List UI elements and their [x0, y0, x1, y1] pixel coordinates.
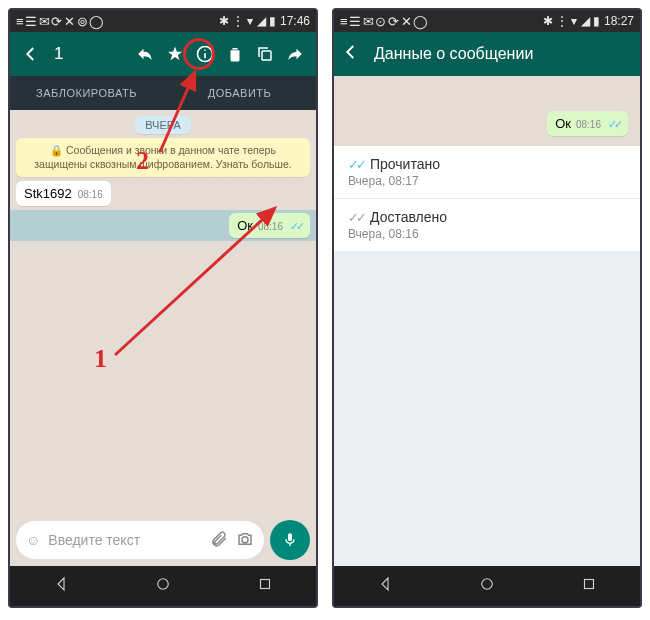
message-preview-area: Ок 08:16 ✓✓ [334, 76, 640, 146]
message-time: 08:16 [258, 221, 283, 232]
read-row: ✓✓ Прочитано Вчера, 08:17 [334, 146, 640, 198]
back-icon[interactable] [16, 39, 46, 69]
android-navbar [10, 566, 316, 606]
svg-rect-9 [585, 580, 594, 589]
message-text: Ок [237, 218, 253, 233]
chat-area: ВЧЕРА 🔒 Сообщения и звонки в данном чате… [10, 110, 316, 514]
read-ticks-icon: ✓✓ [290, 220, 302, 233]
nav-home-icon[interactable] [478, 575, 496, 597]
message-input[interactable]: ☺ Введите текст [16, 521, 264, 559]
selected-message-row[interactable]: Ок 08:16 ✓✓ [10, 210, 316, 241]
tab-add[interactable]: ДОБАВИТЬ [163, 76, 316, 110]
delete-icon[interactable] [220, 39, 250, 69]
attach-icon[interactable] [210, 530, 228, 551]
read-time: Вчера, 08:17 [348, 174, 626, 188]
camera-icon[interactable] [236, 530, 254, 551]
svg-point-6 [158, 579, 169, 590]
status-notif-icons: ≡ ☰ ✉ ⟳ ✕ ⊚ ◯ [16, 14, 103, 29]
star-icon[interactable] [160, 39, 190, 69]
info-icon[interactable] [190, 39, 220, 69]
status-time: 17:46 [280, 14, 310, 28]
date-chip: ВЧЕРА [135, 116, 190, 134]
copy-icon[interactable] [250, 39, 280, 69]
selection-count: 1 [54, 44, 63, 64]
nav-home-icon[interactable] [154, 575, 172, 597]
forward-icon[interactable] [280, 39, 310, 69]
message-outgoing: Ок 08:16 ✓✓ [229, 213, 310, 238]
delivery-info-list: ✓✓ Прочитано Вчера, 08:17 ✓✓ Доставлено … [334, 146, 640, 566]
svg-point-8 [482, 579, 493, 590]
reply-icon[interactable] [130, 39, 160, 69]
read-ticks-icon: ✓✓ [348, 157, 364, 172]
selection-appbar: 1 [10, 32, 316, 76]
emoji-icon[interactable]: ☺ [26, 532, 40, 548]
svg-rect-3 [262, 51, 271, 60]
message-outgoing: Ок 08:16 ✓✓ [547, 111, 628, 136]
nav-back-icon[interactable] [376, 575, 394, 597]
android-navbar [334, 566, 640, 606]
phone-right: ≡ ☰ ✉ ⊙ ⟳ ✕ ◯ ✱ ⋮ ▾ ◢ ▮ 18:27 Данные о с… [332, 8, 642, 608]
message-text: Stk1692 [24, 186, 72, 201]
message-incoming[interactable]: Stk1692 08:16 [16, 181, 111, 206]
encryption-banner[interactable]: 🔒 Сообщения и звонки в данном чате тепер… [16, 138, 310, 177]
message-time: 08:16 [78, 189, 103, 200]
action-tabs: ЗАБЛОКИРОВАТЬ ДОБАВИТЬ [10, 76, 316, 110]
nav-back-icon[interactable] [52, 575, 70, 597]
status-notif-icons: ≡ ☰ ✉ ⊙ ⟳ ✕ ◯ [340, 14, 427, 29]
svg-rect-7 [261, 580, 270, 589]
input-bar: ☺ Введите текст [10, 514, 316, 566]
status-time: 18:27 [604, 14, 634, 28]
nav-recent-icon[interactable] [256, 575, 274, 597]
message-time: 08:16 [576, 119, 601, 130]
message-text: Ок [555, 116, 571, 131]
phone-left: ≡ ☰ ✉ ⟳ ✕ ⊚ ◯ ✱ ⋮ ▾ ◢ ▮ 17:46 1 [8, 8, 318, 608]
input-placeholder: Введите текст [48, 532, 202, 548]
status-system-icons: ✱ ⋮ ▾ ◢ ▮ 17:46 [219, 14, 310, 28]
status-bar: ≡ ☰ ✉ ⟳ ✕ ⊚ ◯ ✱ ⋮ ▾ ◢ ▮ 17:46 [10, 10, 316, 32]
svg-point-2 [204, 49, 206, 51]
info-appbar: Данные о сообщении [334, 32, 640, 76]
read-label: Прочитано [370, 156, 440, 172]
mic-button[interactable] [270, 520, 310, 560]
back-icon[interactable] [342, 43, 360, 65]
status-bar: ≡ ☰ ✉ ⊙ ⟳ ✕ ◯ ✱ ⋮ ▾ ◢ ▮ 18:27 [334, 10, 640, 32]
delivered-label: Доставлено [370, 209, 447, 225]
delivered-ticks-icon: ✓✓ [348, 210, 364, 225]
tab-block[interactable]: ЗАБЛОКИРОВАТЬ [10, 76, 163, 110]
page-title: Данные о сообщении [374, 45, 533, 63]
delivered-row: ✓✓ Доставлено Вчера, 08:16 [334, 199, 640, 251]
status-system-icons: ✱ ⋮ ▾ ◢ ▮ 18:27 [543, 14, 634, 28]
read-ticks-icon: ✓✓ [608, 118, 620, 131]
delivered-time: Вчера, 08:16 [348, 227, 626, 241]
nav-recent-icon[interactable] [580, 575, 598, 597]
annotation-label-1: 1 [94, 344, 107, 374]
